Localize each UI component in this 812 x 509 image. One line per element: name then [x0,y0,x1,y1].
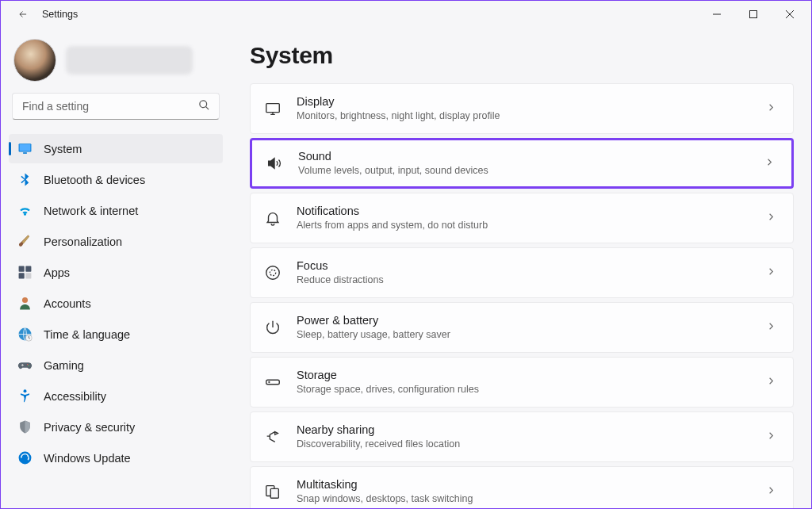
shield-icon [17,419,33,435]
sidebar-item-update[interactable]: Windows Update [9,443,223,473]
focus-icon [262,262,284,284]
title-bar: Settings [1,1,811,28]
card-title: Power & battery [297,313,765,328]
storage-icon [262,371,284,393]
settings-card-display[interactable]: DisplayMonitors, brightness, night light… [250,83,794,134]
sidebar-item-accounts[interactable]: Accounts [9,289,223,318]
settings-card-sound[interactable]: SoundVolume levels, output, input, sound… [250,138,794,189]
sidebar-item-bluetooth[interactable]: Bluetooth & devices [9,165,223,194]
maximize-button[interactable] [735,2,772,27]
sidebar-item-label: Apps [44,266,70,279]
card-title: Multitasking [297,477,765,492]
sidebar-item-network[interactable]: Network & internet [9,196,223,225]
card-subtitle: Discoverability, received files location [297,438,765,450]
chevron-right-icon [765,266,777,281]
multitask-icon [262,480,284,503]
nav-list: SystemBluetooth & devicesNetwork & inter… [9,129,223,473]
window-controls [699,2,808,27]
settings-card-focus[interactable]: FocusReduce distractions [250,247,794,298]
sidebar-item-label: Accessibility [44,390,106,403]
card-title: Nearby sharing [297,423,765,438]
sidebar: SystemBluetooth & devicesNetwork & inter… [1,28,231,508]
bluetooth-icon [17,172,33,188]
update-icon [17,450,33,466]
settings-card-power[interactable]: Power & batterySleep, battery usage, bat… [250,302,794,353]
chevron-right-icon [764,156,776,171]
sidebar-item-label: Time & language [44,328,130,341]
sidebar-item-system[interactable]: System [9,134,223,163]
card-title: Notifications [297,204,765,219]
accessibility-icon [17,388,33,404]
gamepad-icon [17,358,33,373]
sidebar-item-label: Bluetooth & devices [44,174,145,186]
sidebar-item-apps[interactable]: Apps [9,258,223,287]
chevron-right-icon [765,375,777,390]
card-subtitle: Sleep, battery usage, battery saver [297,328,765,341]
sidebar-item-personalization[interactable]: Personalization [9,227,223,256]
search-icon [198,99,210,114]
wifi-icon [17,203,33,219]
card-subtitle: Alerts from apps and system, do not dist… [297,219,765,232]
person-icon [17,296,33,312]
sidebar-item-accessibility[interactable]: Accessibility [9,381,223,411]
user-profile[interactable] [9,34,223,93]
avatar [13,39,56,82]
settings-card-multitasking[interactable]: MultitaskingSnap windows, desktops, task… [250,466,794,508]
card-title: Focus [297,258,765,274]
apps-icon [17,265,33,281]
back-button[interactable] [12,3,34,25]
globe-icon [17,327,33,343]
speaker-icon [263,152,285,174]
chevron-right-icon [765,320,777,335]
sidebar-item-time[interactable]: Time & language [9,320,223,349]
bell-icon [262,207,284,229]
main-content: System DisplayMonitors, brightness, nigh… [231,28,811,508]
minimize-button[interactable] [699,2,735,27]
share-icon [262,426,284,448]
sidebar-item-label: Personalization [44,235,122,248]
sidebar-item-privacy[interactable]: Privacy & security [9,412,223,442]
close-button[interactable] [772,2,808,27]
sidebar-item-label: System [44,143,82,155]
card-subtitle: Storage space, drives, configuration rul… [297,383,765,396]
sidebar-item-gaming[interactable]: Gaming [9,350,223,380]
card-subtitle: Monitors, brightness, night light, displ… [297,109,765,122]
search-input[interactable] [12,93,220,120]
card-title: Sound [298,149,764,164]
user-name-redacted [66,46,193,75]
display-icon [17,141,33,157]
chevron-right-icon [765,430,777,445]
sidebar-item-label: Windows Update [44,452,131,465]
settings-card-nearby[interactable]: Nearby sharingDiscoverability, received … [250,411,794,462]
settings-card-storage[interactable]: StorageStorage space, drives, configurat… [250,357,794,408]
card-subtitle: Reduce distractions [297,274,765,286]
settings-card-notifications[interactable]: NotificationsAlerts from apps and system… [250,193,794,243]
card-title: Display [297,94,765,109]
window-title: Settings [42,9,78,20]
card-subtitle: Volume levels, output, input, sound devi… [298,164,764,177]
svg-rect-0 [750,11,757,18]
chevron-right-icon [765,484,777,499]
page-title: System [250,42,794,69]
sidebar-item-label: Privacy & security [44,421,135,434]
sidebar-item-label: Accounts [44,297,91,310]
svg-point-1 [200,101,207,108]
sidebar-item-label: Gaming [44,359,84,372]
chevron-right-icon [765,211,777,226]
chevron-right-icon [765,101,777,117]
power-icon [262,316,284,339]
card-subtitle: Snap windows, desktops, task switching [297,492,765,505]
brush-icon [17,234,33,250]
card-title: Storage [297,368,765,383]
monitor-icon [262,98,284,120]
sidebar-item-label: Network & internet [44,205,138,217]
